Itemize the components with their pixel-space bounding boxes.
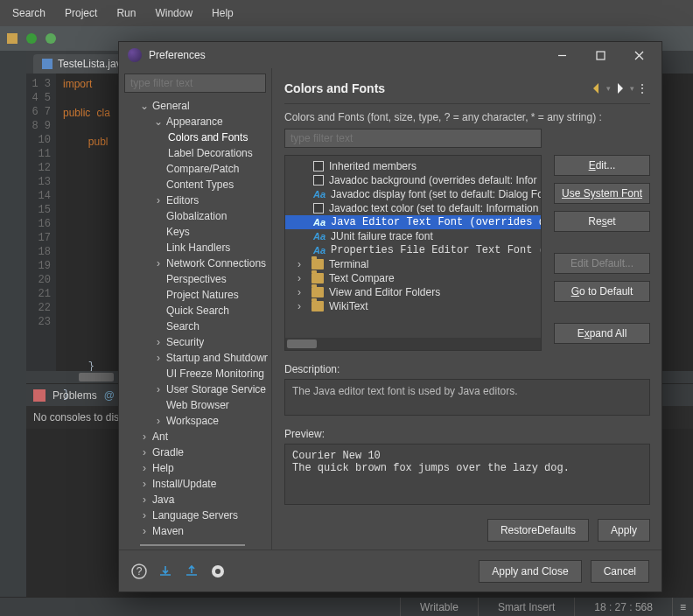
nav-item[interactable]: Search (124, 318, 268, 334)
maximize-button[interactable] (581, 42, 620, 68)
menu-search[interactable]: Search (4, 2, 54, 24)
nav-item[interactable]: ›Java (124, 492, 268, 508)
tree-folder[interactable]: ›Terminal (285, 257, 541, 271)
nav-item[interactable]: ›Editors (124, 192, 268, 208)
tree-folder[interactable]: ›Text Compare (285, 271, 541, 285)
tree-item[interactable]: AaJUnit failure trace font (285, 229, 541, 243)
tree-item[interactable]: Javadoc text color (set to default: Info… (285, 201, 541, 215)
nav-general[interactable]: ⌄General (124, 98, 268, 114)
nav-item[interactable]: ›Maven (124, 523, 268, 539)
nav-item[interactable]: ›Install/Update (124, 476, 268, 492)
nav-item[interactable]: Project Natures (124, 287, 268, 303)
font-icon: Aa (313, 231, 326, 242)
nav-item[interactable]: ›Security (124, 334, 268, 350)
colors-fonts-tree[interactable]: Inherited membersJavadoc background (ove… (284, 155, 542, 351)
nav-item[interactable]: ›Startup and Shutdown (124, 350, 268, 366)
menu-run[interactable]: Run (108, 2, 144, 24)
debug-icon[interactable] (44, 32, 58, 46)
color-swatch-icon (313, 161, 324, 172)
back-icon[interactable] (589, 80, 605, 96)
nav-item[interactable]: ›Network Connections (124, 256, 268, 271)
font-icon: Aa (313, 217, 326, 228)
export-icon[interactable] (184, 564, 200, 579)
expand-all-button[interactable]: Expand All (554, 323, 650, 344)
back-dropdown-icon[interactable]: ▾ (606, 84, 611, 93)
save-icon[interactable] (5, 32, 19, 46)
nav-item[interactable]: Compare/Patch (124, 161, 268, 177)
svg-point-1 (26, 33, 37, 44)
problems-icon (33, 389, 46, 402)
nav-item[interactable]: Keys (124, 224, 268, 240)
preferences-nav: ⌄General⌄AppearanceColors and FontsLabel… (119, 68, 272, 550)
line-numbers: 1 3 4 5 6 7 8 9 10 11 12 13 14 15 16 17 … (26, 74, 56, 371)
svg-rect-0 (7, 33, 18, 44)
tree-folder[interactable]: ›View and Editor Folders (285, 285, 541, 299)
tree-item[interactable]: AaJava Editor Text Font (overrides d (285, 215, 541, 229)
page-menu-icon[interactable]: ⋮ (634, 81, 650, 95)
svg-point-12 (215, 569, 220, 574)
nav-item[interactable]: ›Language Servers (124, 508, 268, 523)
nav-item[interactable]: ›Gradle (124, 444, 268, 460)
status-bar: Writable Smart Insert 18 : 27 : 568 ≡ (0, 597, 693, 616)
cancel-button[interactable]: Cancel (591, 560, 649, 583)
nav-item[interactable]: ›Workspace (124, 413, 268, 429)
font-icon: Aa (313, 245, 326, 256)
nav-appearance-child[interactable]: Label Decorations (124, 145, 268, 161)
reset-button[interactable]: Reset (554, 211, 650, 232)
import-icon[interactable] (158, 564, 173, 579)
oomph-icon[interactable] (210, 564, 226, 579)
dialog-title: Preferences (149, 49, 542, 61)
editor-tab-label: TesteLista.java (58, 58, 127, 70)
edit-default-button: Edit Default... (554, 253, 650, 274)
tree-item[interactable]: AaProperties File Editor Text Font ( (285, 243, 541, 257)
folder-icon (312, 301, 324, 312)
nav-item[interactable]: UI Freeze Monitoring (124, 366, 268, 382)
folder-icon (312, 259, 324, 270)
restore-defaults-button[interactable]: Restore Defaults (487, 519, 589, 542)
forward-icon[interactable] (612, 80, 628, 96)
nav-item[interactable]: Web Browser (124, 397, 268, 413)
close-button[interactable] (620, 42, 658, 68)
tree-item[interactable]: Inherited members (285, 159, 541, 173)
status-menu-icon[interactable]: ≡ (672, 598, 693, 616)
nav-item[interactable]: Perspectives (124, 271, 268, 287)
left-gutter (0, 51, 26, 597)
menu-project[interactable]: Project (56, 2, 106, 24)
nav-item[interactable]: ›Help (124, 460, 268, 476)
tab-problems[interactable]: Problems (52, 389, 97, 402)
menu-help[interactable]: Help (203, 2, 242, 24)
nav-item[interactable]: Globalization (124, 208, 268, 224)
help-icon[interactable]: ? (131, 564, 147, 579)
nav-appearance-child[interactable]: Colors and Fonts (124, 130, 268, 145)
menu-window[interactable]: Window (146, 2, 201, 24)
apply-and-close-button[interactable]: Apply and Close (479, 560, 581, 583)
nav-filter-input[interactable] (124, 74, 266, 93)
nav-item[interactable]: Content Types (124, 177, 268, 192)
nav-item[interactable]: Link Handlers (124, 240, 268, 256)
tree-item[interactable]: AaJavadoc display font (set to default: … (285, 187, 541, 201)
nav-item[interactable]: ›Ant (124, 429, 268, 444)
page-title: Colors and Fonts (284, 81, 587, 95)
apply-button[interactable]: Apply (598, 519, 650, 542)
tree-hscroll[interactable] (285, 338, 541, 350)
status-writable: Writable (400, 598, 478, 616)
svg-rect-6 (597, 52, 605, 60)
nav-appearance[interactable]: ⌄Appearance (124, 114, 268, 130)
nav-item[interactable]: ›User Storage Service (124, 382, 268, 397)
status-insert: Smart Insert (478, 598, 574, 616)
edit-button[interactable]: Edit... (554, 155, 650, 176)
tree-folder[interactable]: ›WikiText (285, 299, 541, 313)
tree-filter-input[interactable] (284, 129, 542, 148)
run-icon[interactable] (24, 32, 38, 46)
preview-box: Courier New 10 The quick brown fox jumps… (284, 444, 650, 505)
nav-item[interactable]: Quick Search (124, 303, 268, 318)
go-to-default-button[interactable]: Go to Default (554, 281, 650, 302)
use-system-font-button[interactable]: Use System Font (554, 183, 650, 204)
svg-point-2 (46, 33, 56, 44)
svg-rect-3 (42, 59, 52, 69)
tree-item[interactable]: Javadoc background (overrides default: I… (285, 173, 541, 187)
folder-icon (312, 273, 324, 284)
at-icon[interactable]: @ (104, 389, 115, 402)
minimize-button[interactable] (542, 42, 581, 68)
preferences-page: Colors and Fonts ▾ ▾ ⋮ Colors and Fonts … (272, 68, 662, 550)
